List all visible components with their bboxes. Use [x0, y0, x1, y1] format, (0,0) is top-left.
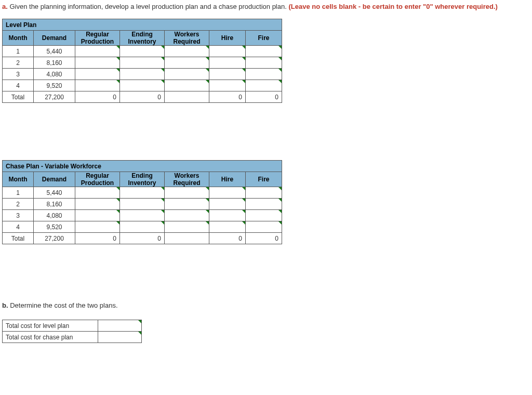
table-row: 4 9,520	[3, 221, 282, 233]
cell-fire-input[interactable]	[246, 210, 282, 221]
level-plan-table: Level Plan Month Demand Regular Producti…	[2, 19, 282, 103]
cell-fire-input[interactable]	[246, 187, 282, 199]
cell-endinv-input[interactable]	[120, 221, 165, 233]
cell-demand: 5,440	[34, 187, 75, 199]
header-fire: Fire	[246, 31, 282, 46]
cell-total-endinv: 0	[120, 233, 165, 244]
cost-table: Total cost for level plan Total cost for…	[2, 320, 142, 343]
cell-hire-input[interactable]	[209, 199, 246, 210]
table-header-row: Month Demand Regular Production Ending I…	[3, 31, 282, 46]
cell-demand: 8,160	[34, 57, 75, 69]
cell-regprod-input[interactable]	[75, 221, 120, 233]
cell-total-regprod: 0	[75, 91, 120, 103]
cost-level-label: Total cost for level plan	[3, 320, 98, 332]
part-b-prompt: b. Determine the cost of the two plans.	[2, 301, 530, 309]
cell-demand: 5,440	[34, 46, 75, 57]
cell-workers-input[interactable]	[165, 210, 209, 221]
cell-endinv-input[interactable]	[120, 80, 165, 91]
cell-endinv-input[interactable]	[120, 199, 165, 210]
cell-total-hire: 0	[209, 91, 246, 103]
cell-demand: 4,080	[34, 69, 75, 80]
table-total-row: Total 27,200 0 0 0 0	[3, 233, 282, 244]
cost-level-input[interactable]	[98, 320, 142, 332]
cell-total-workers	[165, 91, 209, 103]
cell-hire-input[interactable]	[209, 80, 246, 91]
table-row: 1 5,440	[3, 46, 282, 57]
cell-month: 4	[3, 80, 34, 91]
table-row: 2 8,160	[3, 57, 282, 69]
cell-fire-input[interactable]	[246, 221, 282, 233]
level-plan-title: Level Plan	[3, 19, 282, 31]
chase-plan-title: Chase Plan - Variable Workforce	[3, 161, 282, 172]
header-workers: Workers Required	[165, 172, 209, 187]
table-row: 2 8,160	[3, 199, 282, 210]
cell-workers-input[interactable]	[165, 199, 209, 210]
table-row: 3 4,080	[3, 69, 282, 80]
table-row: Total cost for chase plan	[3, 332, 142, 343]
cell-total-fire: 0	[246, 233, 282, 244]
cell-fire-input[interactable]	[246, 57, 282, 69]
part-a-instruction: (Leave no cells blank - be certain to en…	[288, 3, 497, 10]
cell-fire-input[interactable]	[246, 199, 282, 210]
cell-demand: 8,160	[34, 199, 75, 210]
cell-endinv-input[interactable]	[120, 187, 165, 199]
header-month: Month	[3, 172, 34, 187]
cell-workers-input[interactable]	[165, 69, 209, 80]
header-endinv: Ending Inventory	[120, 172, 165, 187]
cell-month: 1	[3, 187, 34, 199]
cell-endinv-input[interactable]	[120, 46, 165, 57]
cell-endinv-input[interactable]	[120, 210, 165, 221]
header-hire: Hire	[209, 31, 246, 46]
table-total-row: Total 27,200 0 0 0 0	[3, 91, 282, 103]
table-row: 4 9,520	[3, 80, 282, 91]
header-regprod: Regular Production	[75, 31, 120, 46]
cell-workers-input[interactable]	[165, 46, 209, 57]
cell-regprod-input[interactable]	[75, 46, 120, 57]
header-fire: Fire	[246, 172, 282, 187]
cell-workers-input[interactable]	[165, 221, 209, 233]
cell-fire-input[interactable]	[246, 69, 282, 80]
cell-regprod-input[interactable]	[75, 199, 120, 210]
cell-workers-input[interactable]	[165, 80, 209, 91]
cost-chase-label: Total cost for chase plan	[3, 332, 98, 343]
cell-month: 3	[3, 210, 34, 221]
cell-regprod-input[interactable]	[75, 57, 120, 69]
cell-month: 4	[3, 221, 34, 233]
cell-fire-input[interactable]	[246, 80, 282, 91]
cell-total-label: Total	[3, 91, 34, 103]
table-row: 1 5,440	[3, 187, 282, 199]
cell-hire-input[interactable]	[209, 221, 246, 233]
header-month: Month	[3, 31, 34, 46]
part-b-text: Determine the cost of the two plans.	[8, 301, 118, 309]
cell-total-hire: 0	[209, 233, 246, 244]
cell-endinv-input[interactable]	[120, 57, 165, 69]
cell-total-demand: 27,200	[34, 91, 75, 103]
cell-month: 1	[3, 46, 34, 57]
cell-regprod-input[interactable]	[75, 187, 120, 199]
cell-regprod-input[interactable]	[75, 210, 120, 221]
cell-workers-input[interactable]	[165, 57, 209, 69]
cell-hire-input[interactable]	[209, 210, 246, 221]
header-hire: Hire	[209, 172, 246, 187]
part-a-lead: a.	[2, 3, 8, 10]
cell-regprod-input[interactable]	[75, 69, 120, 80]
cell-workers-input[interactable]	[165, 187, 209, 199]
cell-demand: 4,080	[34, 210, 75, 221]
table-row: Total cost for level plan	[3, 320, 142, 332]
cell-hire-input[interactable]	[209, 57, 246, 69]
cell-hire-input[interactable]	[209, 69, 246, 80]
cost-chase-input[interactable]	[98, 332, 142, 343]
cell-fire-input[interactable]	[246, 46, 282, 57]
cell-total-fire: 0	[246, 91, 282, 103]
table-header-row: Month Demand Regular Production Ending I…	[3, 172, 282, 187]
cell-hire-input[interactable]	[209, 46, 246, 57]
cell-total-workers	[165, 233, 209, 244]
cell-demand: 9,520	[34, 221, 75, 233]
cell-total-label: Total	[3, 233, 34, 244]
cell-hire-input[interactable]	[209, 187, 246, 199]
header-regprod: Regular Production	[75, 172, 120, 187]
cell-regprod-input[interactable]	[75, 80, 120, 91]
cell-endinv-input[interactable]	[120, 69, 165, 80]
cell-month: 2	[3, 57, 34, 69]
table-row: 3 4,080	[3, 210, 282, 221]
